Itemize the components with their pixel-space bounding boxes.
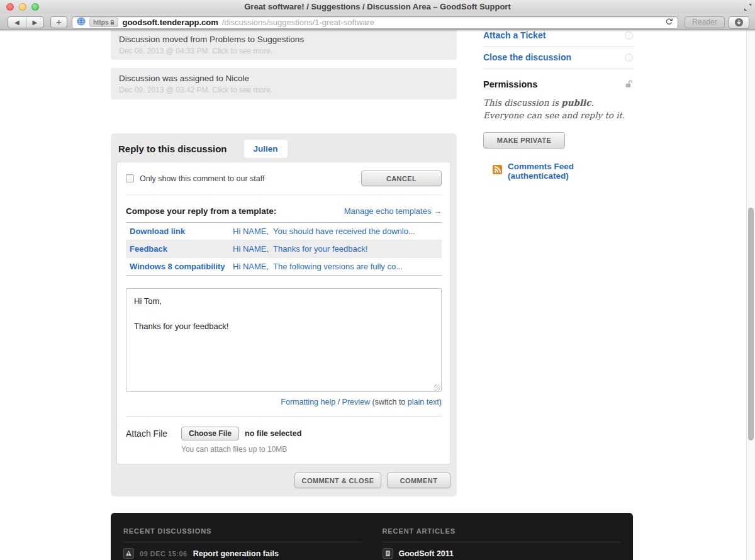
page-viewport: Discussion moved from Problems to Sugges… <box>0 30 755 560</box>
event-meta: Dec 09, 2013 @ 03:42 PM. Click to see mo… <box>119 86 449 94</box>
reply-form: Only show this comment to our staff CANC… <box>117 162 450 464</box>
staff-only-checkbox[interactable] <box>126 174 134 182</box>
new-tab-button[interactable]: + <box>50 16 67 28</box>
sidebar-item-attach-ticket[interactable]: Attach a Ticket <box>483 30 634 47</box>
https-label: https <box>93 19 108 26</box>
back-button[interactable]: ◀ <box>8 17 26 28</box>
page-scrollbar[interactable] <box>746 30 755 560</box>
cancel-button[interactable]: CANCEL <box>361 171 442 186</box>
template-heading: Compose your reply from a template: <box>126 206 276 216</box>
scrollbar-thumb[interactable] <box>748 208 754 440</box>
formatting-separator: / <box>335 398 342 406</box>
template-preview: Hi NAME, The following versions are full… <box>233 262 403 271</box>
alert-icon <box>123 548 134 559</box>
page-footer: RECENT DISCUSSIONS 09 DEC 15:06 Report g… <box>111 513 633 560</box>
discussion-timestamp: 09 DEC 15:06 <box>140 550 187 557</box>
permissions-text-bold: public <box>561 98 591 108</box>
close-window-button[interactable] <box>6 3 14 11</box>
event-title: Discussion moved from Problems to Sugges… <box>119 35 449 44</box>
attach-file-label: Attach File <box>126 427 181 454</box>
template-name[interactable]: Download link <box>130 227 233 236</box>
url-host: goodsoft.tenderapp.com <box>122 18 218 27</box>
manage-echo-templates-link[interactable]: Manage echo templates → <box>344 206 442 216</box>
downloads-button[interactable] <box>729 16 749 29</box>
document-icon <box>383 548 393 559</box>
download-icon <box>734 18 744 27</box>
recent-articles-column: RECENT ARTICLES GoodSoft 2011 <box>383 527 621 560</box>
reply-panel: Reply to this discussion Julien Only sho… <box>111 133 457 496</box>
https-badge: https <box>89 18 118 27</box>
comment-button[interactable]: COMMENT <box>387 473 450 488</box>
event-title: Discussion was assigned to Nicole <box>119 74 449 83</box>
address-bar[interactable]: https goodsoft.tenderapp.com /discussion… <box>72 16 678 29</box>
choose-file-button[interactable]: Choose File <box>181 427 239 440</box>
comments-feed-link[interactable]: Comments Feed (authenticated) <box>508 162 634 181</box>
template-name[interactable]: Feedback <box>130 244 233 254</box>
main-column: Discussion moved from Problems to Sugges… <box>111 30 457 496</box>
template-row[interactable]: Download link Hi NAME, You should have r… <box>126 223 442 240</box>
recent-discussions-column: RECENT DISCUSSIONS 09 DEC 15:06 Report g… <box>123 527 362 560</box>
template-list: Download link Hi NAME, You should have r… <box>126 222 442 276</box>
plain-text-link[interactable]: plain text <box>408 398 439 406</box>
formatting-help-link[interactable]: Formatting help <box>281 398 335 406</box>
fullscreen-icon[interactable] <box>744 3 752 14</box>
recent-articles-title: RECENT ARTICLES <box>383 527 621 535</box>
window-title: Great software! / Suggestions / Discussi… <box>0 0 755 14</box>
recent-discussion-item[interactable]: 09 DEC 15:06 Report generation fails <box>123 548 362 560</box>
permissions-description: This discussion is public. Everyone can … <box>483 96 629 122</box>
reader-button[interactable]: Reader <box>685 16 725 28</box>
recent-discussions-title: RECENT DISCUSSIONS <box>123 527 362 535</box>
discussion-title: Report generation fails <box>193 549 279 558</box>
url-path: /discussions/suggestions/1-great-softwar… <box>222 18 661 27</box>
switch-text-end: ) <box>439 398 442 406</box>
template-preview: Hi NAME, You should have received the do… <box>233 227 415 236</box>
sidebar: Attach a Ticket Close the discussion Per… <box>483 30 634 181</box>
event-meta: Dec 06, 2013 @ 04:33 PM. Click to see mo… <box>119 47 449 55</box>
template-name[interactable]: Windows 8 compatibility <box>130 262 233 271</box>
discussion-event[interactable]: Discussion moved from Problems to Sugges… <box>111 30 457 60</box>
recent-article-item[interactable]: GoodSoft 2011 <box>383 548 621 560</box>
preview-link[interactable]: Preview <box>342 398 370 406</box>
author-tab-julien[interactable]: Julien <box>244 140 288 158</box>
minimize-window-button[interactable] <box>19 3 26 11</box>
reload-icon[interactable] <box>665 18 673 28</box>
radio-circle-icon[interactable] <box>625 53 633 62</box>
sidebar-item-close-discussion[interactable]: Close the discussion <box>483 47 634 69</box>
attach-hint: You can attach files up to 10MB <box>181 445 301 454</box>
template-preview: Hi NAME, Thanks for your feedback! <box>233 244 367 254</box>
browser-toolbar: ◀ ▶ + https goodsoft.tenderapp.com /disc… <box>0 14 755 30</box>
comments-feed-row[interactable]: Comments Feed (authenticated) <box>493 162 634 181</box>
reply-textarea[interactable]: Hi Tom, Thanks for your feedback! <box>126 288 442 392</box>
unlocked-padlock-icon <box>624 79 633 91</box>
reply-panel-title: Reply to this discussion <box>118 143 227 154</box>
no-file-selected-text: no file selected <box>245 429 301 438</box>
attach-ticket-link[interactable]: Attach a Ticket <box>483 30 545 40</box>
rss-icon <box>493 165 502 177</box>
site-favicon-globe-icon <box>77 17 86 28</box>
article-title: GoodSoft 2011 <box>399 549 454 558</box>
template-row[interactable]: Feedback Hi NAME, Thanks for your feedba… <box>126 240 442 257</box>
switch-text: (switch to <box>370 398 408 406</box>
zoom-window-button[interactable] <box>31 3 39 11</box>
staff-only-label: Only show this comment to our staff <box>140 174 264 183</box>
comment-and-close-button[interactable]: COMMENT & CLOSE <box>294 473 381 488</box>
forward-button[interactable]: ▶ <box>26 17 44 28</box>
permissions-title: Permissions <box>483 79 537 89</box>
discussion-event[interactable]: Discussion was assigned to Nicole Dec 09… <box>111 68 457 99</box>
make-private-button[interactable]: MAKE PRIVATE <box>483 132 565 148</box>
padlock-icon <box>110 20 115 25</box>
resize-grip-icon[interactable] <box>434 384 440 391</box>
template-row[interactable]: Windows 8 compatibility Hi NAME, The fol… <box>126 257 442 275</box>
radio-circle-icon[interactable] <box>625 31 633 40</box>
close-discussion-link[interactable]: Close the discussion <box>483 52 571 62</box>
permissions-text-pre: This discussion is <box>483 98 561 108</box>
window-titlebar: Great software! / Suggestions / Discussi… <box>0 0 755 14</box>
